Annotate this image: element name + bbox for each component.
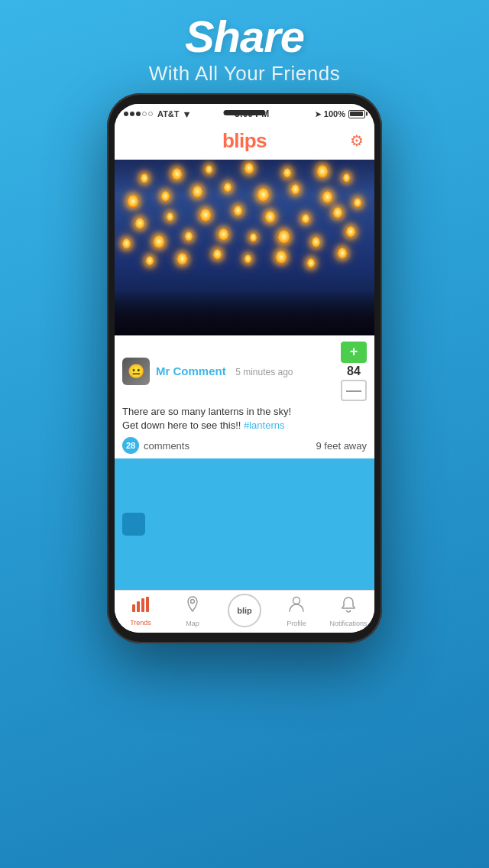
trends-label: Trends: [130, 619, 151, 627]
vote-section: + 84 —: [341, 342, 367, 401]
promo-title: Share: [149, 14, 340, 60]
vote-count: 84: [347, 364, 361, 378]
next-post-preview: [115, 458, 374, 590]
svg-point-4: [191, 599, 195, 603]
battery-percent: 100%: [324, 109, 345, 118]
status-left: AT&T ▾: [124, 108, 189, 120]
vote-down-button[interactable]: —: [341, 380, 367, 401]
notifications-label: Notifications: [329, 620, 367, 627]
profile-label: Profile: [287, 620, 306, 627]
signal-dots: [124, 112, 153, 116]
username-block: Mr Comment 5 minutes ago: [156, 364, 293, 378]
location-arrow-icon: ➤: [315, 110, 321, 118]
wifi-icon: ▾: [184, 108, 189, 120]
svg-rect-1: [137, 601, 140, 612]
signal-dot-3: [136, 112, 141, 116]
notifications-icon: [341, 596, 356, 617]
main-post-image: [115, 160, 374, 335]
tab-bar: Trends Map blip: [115, 590, 374, 633]
signal-dot-5: [148, 112, 153, 116]
post-distance: 9 feet away: [316, 440, 368, 452]
username: Mr Comment: [156, 364, 226, 377]
post-meta: 28 comments 9 feet away: [122, 437, 367, 454]
carrier-label: AT&T: [157, 109, 180, 118]
svg-point-5: [293, 597, 300, 604]
settings-icon[interactable]: ⚙: [350, 131, 364, 150]
battery-fill: [350, 112, 363, 116]
tab-trends[interactable]: Trends: [115, 591, 167, 633]
status-bar: AT&T ▾ 3:00 PM ➤ 100%: [115, 104, 374, 123]
comments-section[interactable]: 28 comments: [122, 437, 189, 454]
phone-shell: AT&T ▾ 3:00 PM ➤ 100% blips ⚙: [107, 93, 382, 643]
profile-icon: [289, 596, 304, 617]
status-time: 3:00 PM: [235, 108, 269, 119]
post-hashtag: #lanterns: [244, 419, 284, 431]
vote-up-button[interactable]: +: [341, 342, 367, 363]
comments-count: 28: [122, 437, 139, 454]
tab-notifications[interactable]: Notifications: [322, 591, 374, 633]
signal-dot-1: [124, 112, 128, 116]
map-icon: [185, 596, 200, 617]
next-post-avatar: [122, 513, 145, 536]
comments-label: comments: [144, 440, 189, 452]
signal-dot-4: [142, 112, 147, 116]
post-user-row: 😐 Mr Comment 5 minutes ago + 84 —: [122, 342, 367, 401]
svg-rect-2: [141, 598, 144, 612]
phone-screen: AT&T ▾ 3:00 PM ➤ 100% blips ⚙: [115, 104, 374, 633]
promo-header: Share With All Your Friends: [149, 0, 340, 86]
map-label: Map: [186, 620, 199, 627]
avatar: 😐: [122, 358, 150, 385]
post-timestamp: 5 minutes ago: [235, 367, 293, 377]
blip-button[interactable]: blip: [228, 594, 261, 627]
post-text-line2-prefix: Get down here to see this!!: [122, 419, 244, 431]
app-logo: blips: [222, 129, 267, 153]
svg-rect-3: [146, 597, 149, 612]
tab-blip[interactable]: blip: [219, 591, 270, 633]
tab-profile[interactable]: Profile: [270, 591, 322, 633]
tab-map[interactable]: Map: [167, 591, 219, 633]
user-info: 😐 Mr Comment 5 minutes ago: [122, 358, 293, 385]
trends-icon: [132, 597, 149, 617]
status-right: ➤ 100%: [315, 109, 365, 118]
crowd-layer: [115, 290, 374, 335]
app-header: blips ⚙: [115, 123, 374, 160]
battery-bar: [348, 110, 365, 118]
svg-rect-0: [132, 604, 135, 612]
blip-label: blip: [237, 606, 252, 615]
promo-subtitle: With All Your Friends: [149, 62, 340, 86]
post-info: 😐 Mr Comment 5 minutes ago + 84 — There …: [115, 335, 374, 458]
signal-dot-2: [130, 112, 134, 116]
post-body: There are so many lanterns in the sky! G…: [122, 405, 367, 432]
post-text-line1: There are so many lanterns in the sky!: [122, 406, 291, 417]
